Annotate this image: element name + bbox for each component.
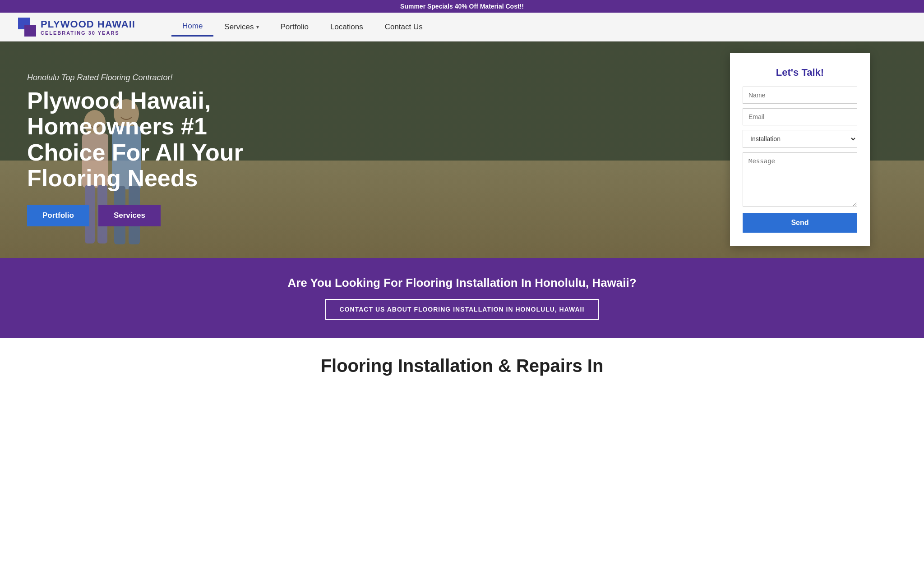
main-nav: Home Services ▾ Portfolio Locations Cont… <box>171 17 434 37</box>
message-textarea[interactable] <box>743 152 857 207</box>
logo-text: PLYWOOD HAWAII CELEBRATING 30 YEARS <box>41 18 135 36</box>
services-dropdown-arrow: ▾ <box>256 24 259 30</box>
hero-subtitle: Honolulu Top Rated Flooring Contractor! <box>27 73 289 83</box>
logo-title: PLYWOOD HAWAII <box>41 18 135 30</box>
services-button[interactable]: Services <box>98 205 161 226</box>
nav-locations[interactable]: Locations <box>319 18 374 36</box>
nav-contact[interactable]: Contact Us <box>374 18 434 36</box>
logo-icon <box>18 18 36 37</box>
nav-home[interactable]: Home <box>171 17 213 37</box>
service-select[interactable]: Installation Repair Consultation Other <box>743 130 857 148</box>
email-input[interactable] <box>743 108 857 125</box>
send-button[interactable]: Send <box>743 213 857 233</box>
header: PLYWOOD HAWAII CELEBRATING 30 YEARS Home… <box>0 13 924 41</box>
services-heading: Flooring Installation & Repairs In <box>27 356 897 376</box>
hero-buttons: Portfolio Services <box>27 205 289 226</box>
cta-section: Are You Looking For Flooring Installatio… <box>0 258 924 338</box>
logo-square-purple <box>24 25 36 37</box>
logo-subtitle: CELEBRATING 30 YEARS <box>41 30 135 36</box>
form-title: Let's Talk! <box>743 67 857 78</box>
nav-services[interactable]: Services ▾ <box>213 18 269 36</box>
hero-content: Honolulu Top Rated Flooring Contractor! … <box>0 73 316 226</box>
services-intro-section: Flooring Installation & Repairs In <box>0 338 924 385</box>
logo-area: PLYWOOD HAWAII CELEBRATING 30 YEARS <box>18 18 135 37</box>
portfolio-button[interactable]: Portfolio <box>27 205 89 226</box>
cta-button[interactable]: CONTACT US ABOUT FLOORING INSTALLATION I… <box>325 299 599 320</box>
cta-heading: Are You Looking For Flooring Installatio… <box>27 276 897 290</box>
banner-text: Summer Specials 40% Off Material Cost!! <box>400 3 524 10</box>
hero-title: Plywood Hawaii, Homeowners #1 Choice For… <box>27 88 289 191</box>
contact-form-card: Let's Talk! Installation Repair Consulta… <box>730 53 870 246</box>
name-input[interactable] <box>743 87 857 104</box>
top-banner: Summer Specials 40% Off Material Cost!! <box>0 0 924 13</box>
nav-portfolio[interactable]: Portfolio <box>270 18 319 36</box>
hero-section: Honolulu Top Rated Flooring Contractor! … <box>0 41 924 258</box>
